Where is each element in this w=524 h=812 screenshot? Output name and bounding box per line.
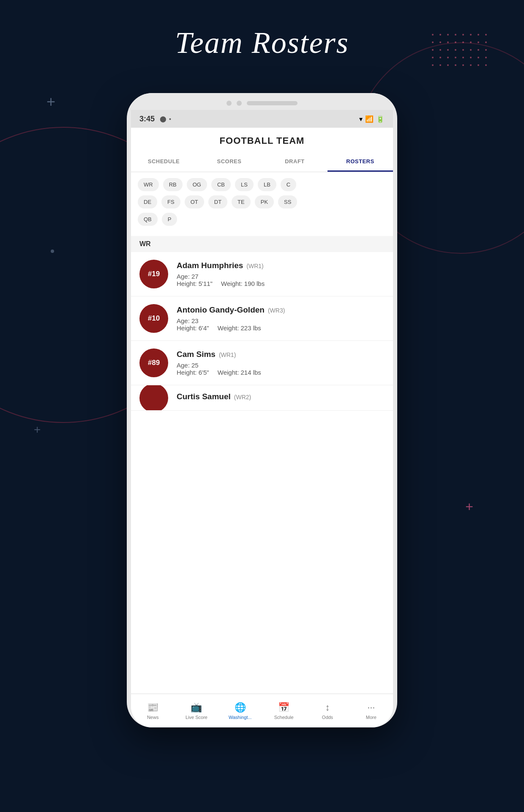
nav-label-live-score: Live Score [186, 715, 207, 720]
player-name-row-1: Adam Humphries (WR1) [177, 261, 385, 270]
player-list: #19 Adam Humphries (WR1) Age: 27 Height:… [131, 252, 393, 694]
filter-wr[interactable]: WR [138, 178, 159, 191]
player-name-4: Curtis Samuel [177, 392, 231, 401]
wifi-icon: ▾ [359, 115, 363, 123]
position-filters: WR RB OG CB LS LB C DE FS OT DT TE PK SS… [131, 172, 393, 236]
team-name: FOOTBALL TEAM [131, 135, 393, 146]
player-item-curtis-samuel[interactable]: Curtis Samuel (WR2) [131, 385, 393, 411]
nav-label-schedule: Schedule [274, 715, 294, 720]
player-number-89: #89 [148, 359, 160, 367]
status-time: 3:45 [139, 115, 155, 123]
tab-rosters[interactable]: ROSTERS [328, 152, 393, 172]
filter-rb[interactable]: RB [163, 178, 183, 191]
filter-p[interactable]: P [162, 213, 177, 226]
player-height-1: Height: 5'11" [177, 280, 213, 287]
player-name-row-4: Curtis Samuel (WR2) [177, 392, 385, 401]
live-score-icon: 📺 [191, 702, 202, 713]
player-avatar-curtis [139, 385, 168, 411]
nav-item-schedule[interactable]: 📅 Schedule [262, 694, 306, 727]
filter-fs[interactable]: FS [161, 195, 180, 208]
filter-ot[interactable]: OT [185, 195, 204, 208]
filter-row-1: WR RB OG CB LS LB C [138, 178, 386, 191]
odds-icon: ↕ [325, 702, 330, 713]
phone-screen: 3:45 ⬤ ▪ ▾ 📶 🔋 FOOTBALL TEAM SCHEDULE SC… [131, 110, 393, 727]
filter-lb[interactable]: LB [258, 178, 276, 191]
filter-og[interactable]: OG [187, 178, 207, 191]
player-number-10: #10 [148, 314, 160, 323]
player-position-4: (WR2) [234, 394, 251, 401]
bg-dot-small [51, 250, 54, 253]
tab-scores[interactable]: SCORES [196, 152, 262, 172]
player-weight-2: Weight: 223 lbs [218, 324, 261, 332]
phone-dot-1 [227, 101, 232, 106]
filter-row-2: DE FS OT DT TE PK SS [138, 195, 386, 208]
status-right-icons: ▾ 📶 🔋 [359, 115, 385, 123]
status-bar: 3:45 ⬤ ▪ ▾ 📶 🔋 [131, 110, 393, 128]
player-measurements-2: Height: 6'4" Weight: 223 lbs [177, 324, 385, 332]
filter-cb[interactable]: CB [211, 178, 231, 191]
phone-top-bar [127, 93, 397, 110]
player-avatar-19: #19 [139, 260, 168, 288]
tab-schedule[interactable]: SCHEDULE [131, 152, 196, 172]
player-info-cam-sims: Cam Sims (WR1) Age: 25 Height: 6'5" Weig… [177, 350, 385, 376]
filter-ls[interactable]: LS [235, 178, 254, 191]
player-weight-3: Weight: 214 lbs [218, 369, 261, 376]
filter-qb[interactable]: QB [138, 213, 158, 226]
phone-mockup: 3:45 ⬤ ▪ ▾ 📶 🔋 FOOTBALL TEAM SCHEDULE SC… [127, 93, 397, 727]
tab-draft[interactable]: DRAFT [262, 152, 328, 172]
nav-label-news: News [147, 715, 159, 720]
player-avatar-89: #89 [139, 348, 168, 377]
nav-label-more: More [366, 715, 377, 720]
nav-item-live-score[interactable]: 📺 Live Score [175, 694, 218, 727]
nav-item-washington[interactable]: 🌐 Washingt... [218, 694, 262, 727]
player-age-2: Age: 23 [177, 317, 199, 324]
player-weight-1: Weight: 190 lbs [221, 280, 265, 287]
player-measurements-1: Height: 5'11" Weight: 190 lbs [177, 280, 385, 287]
player-age-1: Age: 27 [177, 273, 199, 280]
player-number-19: #19 [148, 270, 160, 278]
player-item-cam-sims[interactable]: #89 Cam Sims (WR1) Age: 25 Height: 6'5" … [131, 341, 393, 385]
player-name-2: Antonio Gandy-Golden [177, 305, 265, 315]
filter-de[interactable]: DE [138, 195, 157, 208]
player-item-antonio-gandy-golden[interactable]: #10 Antonio Gandy-Golden (WR3) Age: 23 H… [131, 296, 393, 341]
filter-ss[interactable]: SS [278, 195, 297, 208]
bg-plus-1: + [46, 93, 55, 111]
player-info-adam-humphries: Adam Humphries (WR1) Age: 27 Height: 5'1… [177, 261, 385, 287]
phone-dot-2 [237, 101, 242, 106]
signal-icon: 📶 [365, 115, 374, 123]
player-info-curtis-samuel: Curtis Samuel (WR2) [177, 392, 385, 404]
filter-row-3: QB P [138, 213, 386, 226]
player-position-1: (WR1) [246, 263, 263, 269]
player-name-1: Adam Humphries [177, 261, 243, 270]
player-height-3: Height: 6'5" [177, 369, 209, 376]
battery-icon: 🔋 [376, 115, 385, 123]
filter-te[interactable]: TE [232, 195, 251, 208]
player-avatar-10: #10 [139, 304, 168, 333]
nav-item-more[interactable]: ··· More [349, 694, 393, 727]
filter-dt[interactable]: DT [208, 195, 227, 208]
section-header-wr: WR [131, 236, 393, 252]
player-stats-2: Age: 23 [177, 317, 385, 324]
filter-c[interactable]: C [281, 178, 296, 191]
player-measurements-3: Height: 6'5" Weight: 214 lbs [177, 369, 385, 376]
nav-item-news[interactable]: 📰 News [131, 694, 175, 727]
player-name-row-3: Cam Sims (WR1) [177, 350, 385, 359]
player-item-adam-humphries[interactable]: #19 Adam Humphries (WR1) Age: 27 Height:… [131, 252, 393, 296]
page-title: Team Rosters [0, 25, 524, 60]
bg-plus-2: + [34, 423, 41, 436]
filter-pk[interactable]: PK [255, 195, 274, 208]
player-name-3: Cam Sims [177, 350, 216, 359]
nav-item-odds[interactable]: ↕ Odds [306, 694, 349, 727]
circle-icon: ⬤ [160, 115, 166, 122]
schedule-icon: 📅 [278, 702, 289, 713]
washington-icon: 🌐 [235, 702, 246, 713]
nav-label-odds: Odds [322, 715, 333, 720]
nav-tabs[interactable]: SCHEDULE SCORES DRAFT ROSTERS [131, 152, 393, 172]
status-icons: ⬤ ▪ [160, 115, 171, 122]
square-icon: ▪ [169, 115, 171, 122]
news-icon: 📰 [147, 702, 158, 713]
player-height-2: Height: 6'4" [177, 324, 209, 332]
player-stats-1: Age: 27 [177, 273, 385, 280]
player-info-antonio: Antonio Gandy-Golden (WR3) Age: 23 Heigh… [177, 305, 385, 332]
player-position-3: (WR1) [219, 351, 236, 358]
